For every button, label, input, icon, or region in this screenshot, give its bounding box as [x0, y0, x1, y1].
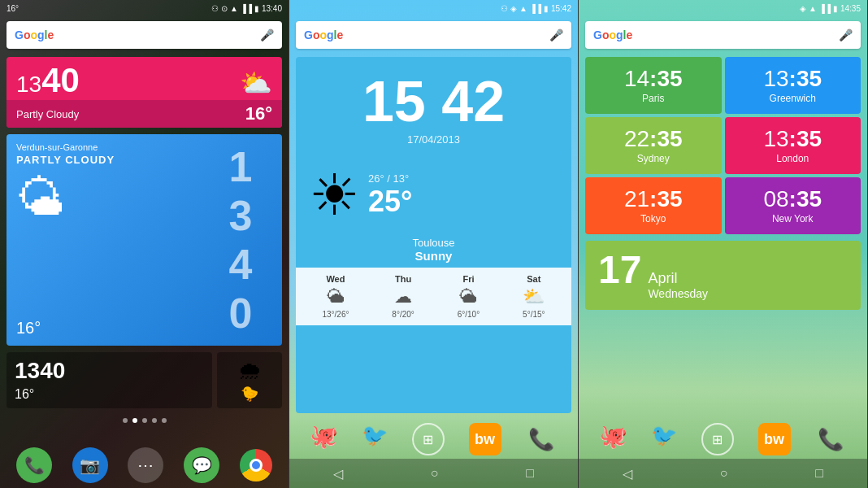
forecast-bar: Wed 🌥 13°/26° Thu ☁ 8°/20° Fri 🌥 6°/10° … [296, 268, 571, 325]
weather-widget-main[interactable]: 15 42 17/04/2013 ☀ 26° / 13° 25° Toulous… [296, 57, 571, 413]
screen-2: ⚇ ◈ ▲ ▐▐ ▮ 15:42 Google 🎤 15 42 17/04/20… [289, 0, 579, 488]
nav-bar-2: ◁ ○ □ [289, 459, 578, 488]
status-bar-2: ⚇ ◈ ▲ ▐▐ ▮ 15:42 [289, 0, 578, 16]
date-day: 17 [598, 251, 641, 290]
current-temp: 25° [368, 185, 412, 219]
cloud-icon-widget1: ⛅ [240, 68, 272, 98]
side-clock: 1340 [207, 142, 272, 338]
dot-5 [162, 418, 167, 423]
dock-apps[interactable]: ⋯ [128, 447, 163, 483]
city-weather: Toulouse Sunny [296, 237, 571, 268]
dot-4 [152, 418, 157, 423]
clock-london[interactable]: 13:35 London [725, 117, 861, 174]
clock-greenwich[interactable]: 13:35 Greenwich [725, 57, 861, 114]
search-bar-3[interactable]: Google 🎤 [585, 21, 861, 49]
dot-1 [123, 418, 128, 423]
wifi-icon-3: ▲ [809, 4, 817, 13]
app-octopus-2[interactable]: 🐙 [310, 423, 338, 455]
cloud-icon-widget2: 🌤 [16, 170, 207, 226]
bluetooth-icon-2: ⚇ [501, 4, 508, 13]
app-bw-2[interactable]: bw [469, 423, 501, 455]
dock-phone[interactable]: 📞 [16, 447, 52, 483]
search-bar-2[interactable]: Google 🎤 [296, 21, 571, 49]
signal-icon: ▐▐ [241, 4, 252, 13]
widget-mini-clock[interactable]: 1340 16° [7, 352, 212, 408]
widget-weather-blue[interactable]: Verdun-sur-Garonne PARTLY CLOUDY 🌤 16° 1… [7, 134, 282, 346]
clock-sydney[interactable]: 22:35 Sydney [585, 117, 722, 174]
battery-icon: ▮ [254, 4, 259, 13]
shield-icon-2: ◈ [510, 4, 517, 13]
shield-icon-3: ◈ [800, 4, 806, 13]
dock-camera[interactable]: 📷 [72, 447, 108, 483]
widget-time-red[interactable]: 13 40 ⛅ Partly Cloudy 16° [7, 57, 282, 128]
widget-mini-weather: 🌧 🐤 [217, 352, 282, 408]
signal-icon-2: ▐▐ [530, 4, 541, 13]
bottom-apps-2: 🐙 🐦 ⊞ bw 📞 [289, 416, 578, 459]
dock-hangouts[interactable]: 💬 [184, 447, 219, 483]
dot-2-active [132, 418, 137, 423]
chick-icon: 🐤 [241, 385, 258, 403]
app-phone-2[interactable]: 📞 [525, 423, 558, 455]
mini-temp: 16° [15, 387, 204, 402]
mini-time: 1340 [15, 359, 204, 384]
date-tile[interactable]: 17 April Wednesday [585, 241, 861, 310]
google-logo-2: Google [304, 28, 343, 41]
temp-widget2: 16° [16, 319, 207, 338]
mic-icon-2[interactable]: 🎤 [549, 28, 563, 41]
clocks-grid: 14:35 Paris 13:35 Greenwich 22:35 Sydney… [585, 57, 861, 234]
city-paris: Paris [642, 93, 664, 104]
alarm-icon: ⊙ [221, 4, 228, 13]
status-time-2: 15:42 [551, 4, 571, 13]
weather-date: 17/04/2013 [309, 133, 558, 146]
google-logo-1: Google [15, 28, 54, 41]
forecast-thu: Thu ☁ 8°/20° [392, 274, 414, 319]
temp-1: 16° [245, 103, 272, 124]
min-1: 40 [41, 63, 80, 98]
app-apps-3[interactable]: ⊞ [701, 423, 734, 455]
wifi-icon-2: ▲ [519, 4, 527, 13]
search-bar-1[interactable]: Google 🎤 [7, 21, 282, 49]
forecast-fri: Fri 🌥 6°/10° [458, 274, 480, 319]
city-tokyo: Tokyo [640, 213, 666, 224]
side-clock-digits: 1340 [229, 142, 251, 338]
condition-widget2: PARTLY CLOUDY [16, 154, 207, 166]
rain-cloud-icon: 🌧 [237, 357, 262, 385]
recents-button-3[interactable]: □ [815, 466, 823, 481]
clock-paris[interactable]: 14:35 Paris [585, 57, 722, 114]
time-sydney: 22:35 [624, 127, 683, 152]
date-month: April [648, 270, 708, 287]
recents-button-2[interactable]: □ [526, 466, 534, 481]
battery-icon-2: ▮ [544, 4, 549, 13]
city-sydney: Sydney [637, 153, 670, 164]
google-logo-3: Google [593, 28, 632, 41]
sun-icon: ☀ [309, 162, 360, 229]
mic-icon-3[interactable]: 🎤 [839, 28, 853, 41]
app-bird-3[interactable]: 🐦 [651, 423, 677, 455]
time-newyork: 08:35 [763, 187, 822, 212]
app-phone-3[interactable]: 📞 [814, 423, 847, 455]
back-button-3[interactable]: ◁ [623, 466, 632, 481]
time-greenwich: 13:35 [763, 67, 822, 92]
city-name-1: Verdun-sur-Garonne [16, 142, 207, 152]
clock-tokyo[interactable]: 21:35 Tokyo [585, 177, 722, 234]
dock-chrome[interactable] [240, 449, 272, 481]
app-apps-2[interactable]: ⊞ [412, 423, 445, 455]
back-button-2[interactable]: ◁ [333, 466, 343, 481]
home-button-3[interactable]: ○ [720, 466, 728, 481]
home-button-2[interactable]: ○ [431, 466, 439, 481]
mic-icon-1[interactable]: 🎤 [260, 28, 274, 41]
date-weekday: Wednesday [648, 287, 708, 300]
hi-lo: 26° / 13° [368, 172, 412, 185]
dot-3 [142, 418, 147, 423]
screen-1: 16° ⚇ ⊙ ▲ ▐▐ ▮ 13:40 Google 🎤 13 40 ⛅ Pa… [0, 0, 289, 488]
status-bar-1: 16° ⚇ ⊙ ▲ ▐▐ ▮ 13:40 [0, 0, 289, 16]
app-bw-3[interactable]: bw [758, 423, 791, 455]
big-clock-2: 15 42 [309, 73, 558, 130]
bluetooth-icon: ⚇ [211, 4, 219, 13]
bottom-apps-3: 🐙 🐦 ⊞ bw 📞 [579, 416, 867, 459]
app-bird-2[interactable]: 🐦 [362, 423, 388, 455]
forecast-sat: Sat ⛅ 5°/15° [523, 274, 545, 319]
time-london: 13:35 [763, 127, 822, 152]
clock-newyork[interactable]: 08:35 New York [725, 177, 861, 234]
app-octopus-3[interactable]: 🐙 [599, 423, 627, 455]
